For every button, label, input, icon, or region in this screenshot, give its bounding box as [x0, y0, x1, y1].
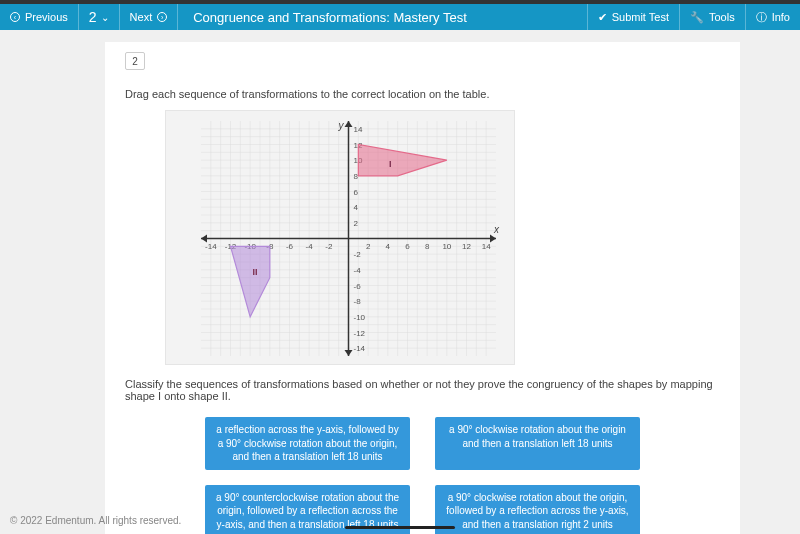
svg-text:-14: -14 — [205, 242, 217, 251]
top-nav-bar: ‹ Previous 2 ⌄ Next › Congruence and Tra… — [0, 0, 800, 30]
coordinate-plane-svg: -14-12-10-8-6-4-22468101214-14-12-10-8-6… — [165, 110, 515, 365]
svg-text:-12: -12 — [354, 329, 366, 338]
svg-text:-6: -6 — [354, 282, 362, 291]
check-icon: ✔ — [598, 11, 607, 24]
home-indicator — [345, 526, 455, 529]
chevron-down-icon: ⌄ — [101, 12, 109, 23]
svg-text:8: 8 — [425, 242, 430, 251]
next-label: Next — [130, 11, 153, 23]
svg-text:14: 14 — [482, 242, 491, 251]
svg-text:4: 4 — [386, 242, 391, 251]
footer-copyright: © 2022 Edmentum. All rights reserved. — [10, 515, 181, 526]
chevron-right-icon: › — [157, 12, 167, 22]
svg-text:-14: -14 — [354, 344, 366, 353]
nav-left-group: ‹ Previous 2 ⌄ Next › Congruence and Tra… — [0, 4, 467, 30]
coordinate-plane-chart: -14-12-10-8-6-4-22468101214-14-12-10-8-6… — [165, 110, 720, 368]
tools-label: Tools — [709, 11, 735, 23]
svg-text:-8: -8 — [354, 297, 362, 306]
question-selector[interactable]: 2 ⌄ — [79, 4, 120, 30]
svg-text:-2: -2 — [325, 242, 333, 251]
svg-text:6: 6 — [405, 242, 410, 251]
svg-marker-62 — [345, 121, 353, 127]
submit-test-button[interactable]: ✔ Submit Test — [587, 4, 679, 30]
svg-text:-10: -10 — [354, 313, 366, 322]
svg-text:x: x — [493, 224, 500, 235]
page-title: Congruence and Transformations: Mastery … — [178, 10, 467, 25]
svg-text:-4: -4 — [306, 242, 314, 251]
info-button[interactable]: ⓘ Info — [745, 4, 800, 30]
draggable-tiles-container: a reflection across the y-axis, followed… — [125, 417, 720, 534]
svg-marker-94 — [358, 145, 447, 176]
tools-button[interactable]: 🔧 Tools — [679, 4, 745, 30]
svg-text:I: I — [389, 159, 392, 169]
transformation-tile[interactable]: a 90° clockwise rotation about the origi… — [435, 485, 640, 535]
svg-text:2: 2 — [366, 242, 371, 251]
question-panel: 2 Drag each sequence of transformations … — [105, 42, 740, 534]
classify-instruction: Classify the sequences of transformation… — [125, 378, 720, 402]
instruction-text: Drag each sequence of transformations to… — [125, 88, 720, 100]
question-number-badge: 2 — [125, 52, 145, 70]
svg-text:-2: -2 — [354, 250, 362, 259]
svg-marker-96 — [231, 246, 270, 316]
info-label: Info — [772, 11, 790, 23]
question-selector-number: 2 — [89, 9, 97, 25]
previous-label: Previous — [25, 11, 68, 23]
svg-text:4: 4 — [354, 203, 359, 212]
chevron-left-icon: ‹ — [10, 12, 20, 22]
next-button[interactable]: Next › — [120, 4, 179, 30]
svg-text:6: 6 — [354, 188, 359, 197]
previous-button[interactable]: ‹ Previous — [0, 4, 79, 30]
svg-text:14: 14 — [354, 125, 363, 134]
svg-text:12: 12 — [462, 242, 471, 251]
svg-marker-60 — [490, 235, 496, 243]
svg-text:-4: -4 — [354, 266, 362, 275]
submit-label: Submit Test — [612, 11, 669, 23]
svg-text:y: y — [338, 120, 345, 131]
svg-text:-6: -6 — [286, 242, 294, 251]
svg-text:II: II — [253, 267, 258, 277]
info-icon: ⓘ — [756, 10, 767, 25]
svg-marker-63 — [345, 350, 353, 356]
transformation-tile[interactable]: a reflection across the y-axis, followed… — [205, 417, 410, 470]
svg-text:10: 10 — [442, 242, 451, 251]
transformation-tile[interactable]: a 90° clockwise rotation about the origi… — [435, 417, 640, 470]
svg-text:2: 2 — [354, 219, 359, 228]
wrench-icon: 🔧 — [690, 11, 704, 24]
nav-right-group: ✔ Submit Test 🔧 Tools ⓘ Info — [587, 4, 800, 30]
